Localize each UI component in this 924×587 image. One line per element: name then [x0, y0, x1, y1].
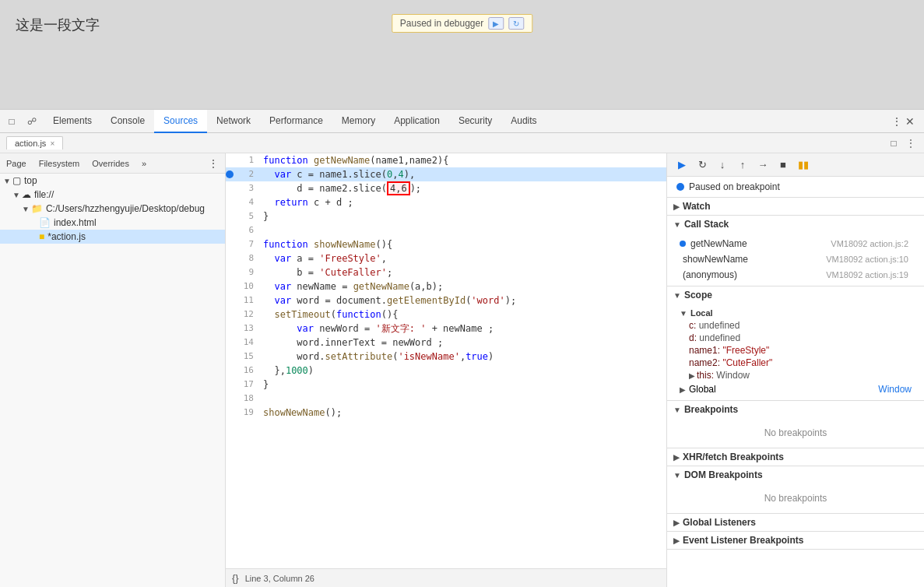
step-over-button[interactable]: ↻ [694, 156, 711, 174]
code-position: Line 3, Column 26 [245, 574, 314, 583]
step-button[interactable]: → [754, 156, 771, 174]
tab-elements[interactable]: Elements [44, 110, 101, 133]
tab-security[interactable]: Security [449, 110, 501, 133]
tab-application[interactable]: Application [385, 110, 449, 133]
step-into-button[interactable]: ↓ [714, 156, 731, 174]
webpage-text: 这是一段文字 [16, 16, 100, 34]
tree-item-top[interactable]: ▼ ▢ top [0, 174, 225, 188]
local-arrow: ▼ [680, 309, 687, 318]
xhr-header[interactable]: ▶ XHR/fetch Breakpoints [667, 448, 924, 466]
code-line-5: 5 } [226, 209, 666, 223]
call-stack-section: ▼ Call Stack getNewName VM18092 action.j… [667, 216, 924, 286]
line-code-13: var newWord = '新文字: ' + newName ; [260, 322, 494, 336]
global-label: Global [689, 384, 716, 395]
file-tab-close[interactable]: × [50, 139, 54, 148]
line-num-19: 19 [237, 406, 260, 420]
code-line-1: 1 function getNewName(name1,name2){ [226, 153, 666, 167]
sidebar-tab-filesystem[interactable]: Filesystem [39, 159, 80, 168]
tree-item-debug-folder[interactable]: ▼ 📁 C:/Users/hzzhengyujie/Desktop/debug [0, 202, 225, 216]
event-listener-section: ▶ Event Listener Breakpoints [667, 532, 924, 550]
cs-name-0: getNewName [690, 238, 831, 249]
line-code-5: } [260, 209, 269, 223]
sidebar-tab-overrides[interactable]: Overrides [92, 159, 129, 168]
watch-section-header[interactable]: ▶ Watch [667, 198, 924, 215]
dom-content: No breakpoints [667, 483, 924, 513]
cs-loc-2: VM18092 action.js:19 [826, 270, 908, 279]
scope-var-c: c: undefined [680, 319, 912, 332]
cs-name-2: (anonymous) [683, 269, 826, 280]
cloud-icon-file: ☁ [22, 189, 31, 200]
line-num-17: 17 [237, 378, 260, 392]
scope-header[interactable]: ▼ Scope [667, 286, 924, 304]
dom-label: DOM Breakpoints [684, 469, 763, 480]
tree-item-file[interactable]: ▼ ☁ file:// [0, 188, 225, 202]
xhr-label: XHR/fetch Breakpoints [683, 452, 784, 462]
deactivate-button[interactable]: ■ [775, 156, 792, 174]
right-panel: ▶ ↻ ↓ ↑ → ■ ▮▮ Paused on breakpoint [667, 153, 924, 587]
tab-audits[interactable]: Audits [501, 110, 546, 133]
devtools-tab-bar: □ ☍ Elements Console Sources Network Per… [0, 110, 924, 133]
tab-memory[interactable]: Memory [332, 110, 385, 133]
call-stack-item-1[interactable]: showNewName VM18092 action.js:10 [680, 251, 912, 267]
event-listener-header[interactable]: ▶ Event Listener Breakpoints [667, 532, 924, 549]
breakpoints-header[interactable]: ▼ Breakpoints [667, 401, 924, 418]
line-num-9: 9 [237, 265, 260, 279]
local-header[interactable]: ▼ Local [680, 307, 912, 319]
code-line-17: 17 } [226, 378, 666, 392]
line-num-11: 11 [237, 294, 260, 308]
more-tools-icon[interactable]: ⋮ [891, 115, 902, 128]
code-line-12: 12 setTimeout(function(){ [226, 308, 666, 322]
resume-button[interactable]: ▶ [488, 17, 504, 30]
tab-console[interactable]: Console [101, 110, 154, 133]
xhr-section: ▶ XHR/fetch Breakpoints [667, 448, 924, 466]
device-icon[interactable]: ☍ [23, 113, 40, 130]
call-stack-header[interactable]: ▼ Call Stack [667, 216, 924, 233]
dom-section: ▼ DOM Breakpoints No breakpoints [667, 466, 924, 514]
code-area: 1 function getNewName(name1,name2){ 2 va… [226, 153, 667, 587]
tree-item-action-js[interactable]: ▶ ■ *action.js [0, 230, 225, 244]
code-line-7: 7 function showNewName(){ [226, 237, 666, 251]
sidebar-tab-more[interactable]: » [142, 159, 146, 168]
expand-panel-button[interactable]: □ [887, 136, 901, 150]
global-row[interactable]: ▶ Global Window [680, 381, 912, 397]
sidebar-tab-page[interactable]: Page [6, 159, 26, 168]
scope-var-this[interactable]: ▶this: Window [680, 369, 912, 381]
sidebar: Page Filesystem Overrides » ⋮ ▼ ▢ top [0, 153, 226, 587]
stepover-button[interactable]: ↻ [508, 17, 524, 30]
tab-network[interactable]: Network [207, 110, 260, 133]
pause-exceptions-button[interactable]: ▮▮ [795, 156, 812, 174]
code-line-15: 15 word.setAttribute('isNewName',true) [226, 350, 666, 364]
tree-item-index-html[interactable]: ▶ 📄 index.html [0, 216, 225, 230]
global-listeners-header[interactable]: ▶ Global Listeners [667, 514, 924, 531]
cs-loc-0: VM18092 action.js:2 [831, 239, 908, 248]
watch-section: ▶ Watch [667, 198, 924, 216]
code-line-2: 2 var c = name1.slice(0,4), [226, 167, 666, 181]
file-tab-action-js[interactable]: action.js × [6, 136, 63, 149]
tab-performance[interactable]: Performance [260, 110, 332, 133]
close-devtools-icon[interactable]: ✕ [905, 115, 915, 128]
cs-loc-1: VM18092 action.js:10 [826, 255, 908, 264]
inspect-icon[interactable]: □ [3, 113, 20, 130]
line-code-1: function getNewName(name1,name2){ [260, 153, 448, 167]
dom-header[interactable]: ▼ DOM Breakpoints [667, 466, 924, 483]
panel-more-button[interactable]: ⋮ [904, 136, 918, 150]
sidebar-more-icon[interactable]: ⋮ [208, 157, 219, 170]
code-line-13: 13 var newWord = '新文字: ' + newName ; [226, 322, 666, 336]
js-file-icon: ■ [39, 231, 44, 242]
call-stack-item-0[interactable]: getNewName VM18092 action.js:2 [680, 236, 912, 251]
tab-sources[interactable]: Sources [154, 110, 207, 133]
line-num-6: 6 [237, 223, 260, 237]
paused-section: Paused on breakpoint [667, 177, 924, 198]
step-out-button[interactable]: ↑ [734, 156, 751, 174]
html-file-icon: 📄 [39, 217, 51, 228]
el-arrow: ▶ [673, 536, 680, 545]
resume-debugger-button[interactable]: ▶ [673, 156, 690, 174]
line-num-5: 5 [237, 209, 260, 223]
breakpoints-label: Breakpoints [684, 404, 738, 415]
line-num-1: 1 [237, 153, 260, 167]
debugger-badge: Paused in debugger ▶ ↻ [392, 14, 532, 33]
panel-bar: action.js × □ ⋮ [0, 133, 924, 153]
code-line-16: 16 },1000) [226, 364, 666, 378]
call-stack-item-2[interactable]: (anonymous) VM18092 action.js:19 [680, 267, 912, 283]
code-line-19: 19 showNewName(); [226, 406, 666, 420]
